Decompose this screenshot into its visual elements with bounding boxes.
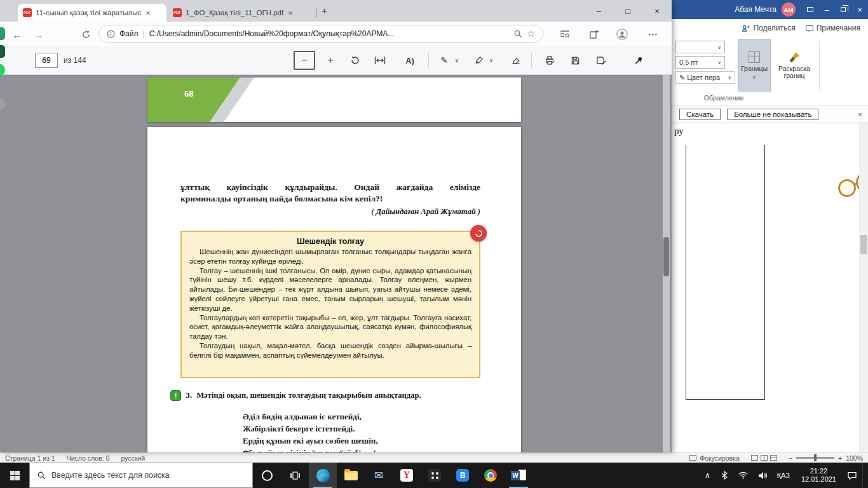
chrome-icon xyxy=(484,469,497,482)
left-edge-icon-2[interactable] xyxy=(0,44,6,58)
zoom-out-button[interactable]: − xyxy=(294,51,315,70)
taskbar-app-vk[interactable]: В xyxy=(449,463,477,488)
taskbar-app-tile[interactable] xyxy=(421,463,449,488)
new-tab-button[interactable]: + xyxy=(322,5,327,16)
pdf-page-input[interactable] xyxy=(35,53,58,68)
word-account-name[interactable]: Абая Мечта xyxy=(735,5,776,14)
show-desktop-button[interactable] xyxy=(862,463,865,488)
left-edge-icon-1[interactable] xyxy=(0,27,6,41)
download-button[interactable]: Скачать xyxy=(679,109,721,120)
draw-pen-button[interactable]: ✎ xyxy=(437,51,451,69)
zoom-out-button[interactable]: − xyxy=(789,454,792,462)
draw-pen-dropdown[interactable]: ∨ xyxy=(452,51,461,69)
cortana-button[interactable] xyxy=(253,463,281,488)
edge-minimize-button[interactable]: – xyxy=(584,0,613,22)
word-minimize-button[interactable]: – xyxy=(818,0,835,19)
tab-close-icon[interactable]: × xyxy=(146,8,151,18)
desktop: Абая Мечта АМ – × Поделиться Примечания … xyxy=(0,0,868,488)
view-print-layout-button[interactable] xyxy=(761,455,768,461)
left-edge-icon-3[interactable] xyxy=(0,62,6,78)
taskbar-app-yandex[interactable]: Y xyxy=(393,463,421,488)
address-bar[interactable]: Файл | C:/Users/admin/Documents/Новый%20… xyxy=(98,25,543,43)
clock-time: 21:22 xyxy=(810,467,828,475)
view-read-mode-button[interactable] xyxy=(751,455,758,461)
view-web-layout-button[interactable] xyxy=(770,455,777,461)
taskbar-app-mail[interactable]: ✉ xyxy=(365,463,393,488)
pdf-scrollbar[interactable] xyxy=(663,75,670,452)
left-edge-icon-4[interactable] xyxy=(0,97,6,112)
page-corner-decoration xyxy=(147,78,521,122)
word-comments-button[interactable]: Примечания xyxy=(806,24,860,32)
taskbar-app-edge[interactable] xyxy=(309,463,337,488)
status-page-info[interactable]: Страница 1 из 1 xyxy=(5,454,55,462)
profile-avatar[interactable] xyxy=(614,26,630,43)
pen-style-dropdown[interactable]: ∨ xyxy=(675,41,725,53)
pen-size-dropdown[interactable]: 0,5 пт∨ xyxy=(675,56,725,69)
network-tray-icon[interactable] xyxy=(734,463,752,488)
forward-button[interactable]: → xyxy=(31,26,47,43)
edge-close-button[interactable]: × xyxy=(642,0,672,22)
zoom-percent[interactable]: 100% xyxy=(846,454,863,462)
task-view-button[interactable] xyxy=(281,463,309,488)
fit-to-width-button[interactable] xyxy=(371,51,389,69)
back-button[interactable]: ← xyxy=(9,26,25,43)
bluetooth-tray-icon[interactable] xyxy=(716,463,733,488)
focus-mode-button[interactable]: Фокусировка xyxy=(689,454,740,462)
action-center-button[interactable] xyxy=(843,463,861,488)
pen-color-button[interactable]: ✎Цвет пера∨ xyxy=(675,71,735,84)
refresh-icon xyxy=(81,30,91,39)
favorite-star-icon[interactable]: ☆ xyxy=(527,29,535,39)
edge-maximize-button[interactable]: □ xyxy=(613,0,642,22)
tab-close-icon[interactable]: × xyxy=(288,8,293,18)
word-share-button[interactable]: Поделиться xyxy=(742,24,795,32)
save-button[interactable] xyxy=(567,51,583,69)
highlighter-button[interactable] xyxy=(471,51,485,69)
taskbar-app-explorer[interactable] xyxy=(337,463,365,488)
word-document-area[interactable]: ру xyxy=(672,123,868,452)
settings-more-button[interactable]: ⋯ xyxy=(644,26,661,43)
eraser-button[interactable] xyxy=(508,51,524,69)
word-account-avatar[interactable]: АМ xyxy=(782,3,796,17)
word-status-bar: Страница 1 из 1 Число слов: 0 русский Фо… xyxy=(0,452,868,463)
search-icon[interactable] xyxy=(513,29,522,38)
rotate-button[interactable] xyxy=(347,51,363,69)
tab-pdf-2[interactable]: PDF 1_ФО_Қазақ тілі_11_ОГН.pdf × xyxy=(168,4,316,22)
border-paint-button[interactable]: Раскраска границ xyxy=(773,39,815,92)
volume-tray-icon[interactable] xyxy=(754,463,771,488)
zoom-in-button[interactable]: + xyxy=(838,454,842,462)
pdf-viewport[interactable]: 68 ұлттық қауіпсіздік құлдырайды. Ондай … xyxy=(0,75,672,452)
refresh-button[interactable] xyxy=(78,26,94,43)
pdf-scrollbar-thumb[interactable] xyxy=(663,237,669,276)
language-indicator[interactable]: ҚАЗ xyxy=(773,463,794,488)
print-button[interactable] xyxy=(541,51,558,69)
status-language[interactable]: русский xyxy=(121,454,145,462)
taskbar-app-chrome[interactable] xyxy=(477,463,505,488)
status-word-count[interactable]: Число слов: 0 xyxy=(67,454,110,462)
word-titlebar: Абая Мечта АМ – × xyxy=(672,0,868,19)
zoom-slider[interactable] xyxy=(796,457,834,459)
exercise-instruction: Мәтінді оқып, шешендік толғаудың тақырыб… xyxy=(196,390,421,400)
favorites-bar-button[interactable] xyxy=(557,26,573,43)
taskbar-app-word[interactable]: W xyxy=(505,463,532,488)
word-close-button[interactable]: × xyxy=(851,0,868,19)
collections-button[interactable] xyxy=(586,26,602,43)
pin-toolbar-button[interactable] xyxy=(629,51,648,69)
word-scrollbar[interactable] xyxy=(859,123,868,452)
word-scrollbar-thumb[interactable] xyxy=(860,235,867,254)
borders-button[interactable]: Границы ∨ xyxy=(738,39,771,92)
word-restore-button[interactable] xyxy=(835,0,851,19)
read-aloud-button[interactable]: A) xyxy=(400,51,419,69)
zoom-in-button[interactable]: + xyxy=(323,51,338,69)
info-icon[interactable] xyxy=(107,30,115,38)
tab-active-pdf-1[interactable]: PDF 11-сынып қазақ тілі жаратылыс × xyxy=(18,4,166,22)
save-as-button[interactable] xyxy=(592,51,610,69)
highlighter-dropdown[interactable]: ∨ xyxy=(487,51,496,69)
zoom-slider-knob[interactable] xyxy=(814,454,817,461)
word-ribbon-options-button[interactable] xyxy=(802,0,818,19)
hidden-icons-button[interactable]: ∧ xyxy=(700,463,715,488)
dont-show-again-button[interactable]: Больше не показывать xyxy=(727,109,818,120)
taskbar-search-box[interactable]: Введите здесь текст для поиска xyxy=(29,463,253,488)
start-button[interactable] xyxy=(0,463,29,488)
notification-close-button[interactable]: × xyxy=(858,111,862,118)
taskbar-clock[interactable]: 21:22 12.01.2021 xyxy=(796,467,842,484)
